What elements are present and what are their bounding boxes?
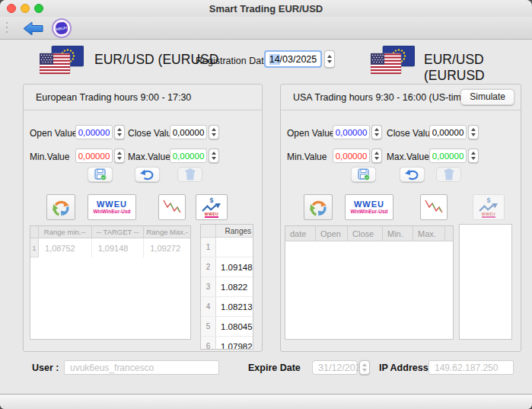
main-content: EUR/USD (EURUSD Registration Date 14/03/… — [0, 40, 532, 394]
wweu-logo-button[interactable]: $ WWEU — [196, 194, 228, 220]
save-button[interactable] — [351, 167, 376, 182]
ip-address-field: 149.62.187.250 — [428, 360, 514, 375]
col-range-max: Range Max.- — [144, 226, 190, 238]
trend-arrow-icon — [201, 203, 222, 212]
wweu-logo-button: $ WWEU — [473, 194, 505, 220]
max-value-field[interactable]: 0,00000 — [429, 149, 467, 163]
col-date: date — [285, 226, 316, 241]
expire-date-stepper — [359, 360, 370, 375]
ranges-row[interactable]: 3 1.0822 — [201, 277, 253, 297]
user-label: User : — [32, 363, 59, 373]
save-icon — [94, 168, 107, 181]
table-row[interactable]: 1 1,08752 1,09148 1,09272 — [30, 238, 190, 257]
right-pair-title: EUR/USD (EURUSD — [424, 52, 532, 84]
col-close: Close — [348, 226, 383, 241]
close-value-label: Close Value — [387, 128, 435, 139]
col-target: -- TARGET -- — [92, 226, 145, 238]
chart-button[interactable] — [420, 194, 448, 220]
trend-arrow-icon — [478, 203, 499, 212]
ranges-row[interactable]: 2 1.09148 — [201, 257, 253, 277]
delete-button — [436, 167, 461, 182]
close-value-stepper[interactable] — [209, 125, 219, 139]
table-header-row: date Open Close Min. Max. — [285, 226, 453, 241]
min-value-stepper[interactable] — [114, 149, 125, 163]
usa-panel: USA Trading hours 9:30 - 16:00 (US-time)… — [280, 84, 521, 352]
usa-history-table: date Open Close Min. Max. — [285, 225, 454, 340]
table-header-row: Range min.-- -- TARGET -- Range Max.- — [30, 226, 190, 238]
refresh-button[interactable] — [46, 194, 75, 220]
col-ranges: Ranges — [216, 225, 253, 237]
eurusd-flags-icon — [371, 46, 415, 75]
recycle-icon — [308, 198, 329, 217]
eurusd-flags-icon — [40, 46, 84, 75]
close-value-field[interactable]: 0,00000 — [170, 125, 207, 139]
help-button[interactable]: HELP! — [52, 18, 72, 38]
trash-icon — [185, 168, 196, 181]
app-window: Smart Trading EUR/USD HELP! — [0, 0, 532, 409]
close-value-field[interactable]: 0,00000 — [429, 125, 467, 139]
max-value-field[interactable]: 0,00000 — [170, 149, 207, 163]
wweu-button[interactable]: WWEU WinWinEur-Usd — [88, 194, 136, 220]
col-open: Open — [316, 226, 348, 241]
min-value-field[interactable]: 0,00000 — [333, 149, 370, 163]
registration-date-label: Registration Date — [196, 56, 269, 66]
help-icon: HELP! — [55, 21, 68, 35]
usa-panel-title: USA Trading hours 9:30 - 16:00 (US-time) — [293, 85, 470, 110]
toolbar-drag-handle — [6, 22, 8, 24]
min-value-label: Min.Value — [287, 152, 327, 162]
col-min: Min. — [383, 226, 413, 241]
save-button[interactable] — [88, 167, 113, 182]
toolbar: HELP! — [0, 17, 532, 40]
back-arrow-icon — [23, 21, 44, 37]
price-chart-icon — [422, 197, 445, 217]
col-max: Max. — [413, 226, 445, 241]
simulate-button[interactable]: Simulate — [460, 89, 514, 105]
undo-button[interactable] — [400, 167, 425, 182]
undo-icon — [140, 169, 155, 181]
european-range-table: Range min.-- -- TARGET -- Range Max.- 1 … — [30, 225, 191, 340]
open-value-stepper[interactable] — [371, 125, 382, 139]
usa-panel-header: USA Trading hours 9:30 - 16:00 (US-time)… — [281, 85, 521, 110]
ranges-row[interactable]: 1 — [201, 238, 253, 257]
ranges-row[interactable]: 6 1.07982 — [201, 337, 253, 350]
ip-address-label: IP Address — [379, 363, 428, 373]
delete-button — [177, 167, 202, 182]
refresh-button[interactable] — [304, 194, 333, 220]
user-field: uvuk6eus_francesco — [64, 360, 219, 375]
price-chart-icon — [161, 197, 183, 217]
registration-date-stepper[interactable] — [324, 50, 335, 68]
ranges-header-row: Ranges — [201, 225, 253, 238]
recycle-icon — [51, 198, 72, 217]
chart-button[interactable] — [158, 194, 186, 220]
logo-underline — [482, 216, 495, 218]
undo-icon — [405, 169, 419, 181]
close-value-stepper[interactable] — [468, 125, 479, 139]
european-panel-title: European Trading hours 9:00 - 17:30 — [36, 85, 191, 110]
european-panel: European Trading hours 9:00 - 17:30 Open… — [23, 84, 263, 352]
open-value-label: Open Value — [287, 128, 335, 139]
min-value-stepper[interactable] — [371, 149, 382, 163]
open-value-field[interactable]: 0,00000 — [75, 125, 113, 139]
date-day-selected: 14 — [269, 54, 280, 65]
stepper-up-icon — [327, 55, 332, 58]
ranges-row[interactable]: 4 1.08213 — [201, 297, 253, 317]
european-panel-header: European Trading hours 9:00 - 17:30 — [24, 85, 262, 110]
open-value-stepper[interactable] — [114, 125, 125, 139]
min-value-field[interactable]: 0,00000 — [75, 149, 113, 163]
trash-icon — [444, 168, 454, 181]
undo-button[interactable] — [135, 167, 160, 182]
save-icon — [358, 168, 370, 181]
back-button[interactable] — [23, 21, 44, 37]
status-bar — [0, 394, 532, 409]
ranges-row[interactable]: 5 1.08045 — [201, 317, 253, 337]
min-value-label: Min.Value — [30, 152, 69, 162]
wweu-button[interactable]: WWEU WinWinEur-Usd — [345, 194, 393, 220]
open-value-field[interactable]: 0,00000 — [333, 125, 370, 139]
max-value-stepper[interactable] — [468, 149, 479, 163]
window-title: Smart Trading EUR/USD — [0, 0, 532, 17]
usa-ranges-box — [459, 224, 512, 340]
max-value-stepper[interactable] — [209, 149, 219, 163]
stepper-down-icon — [327, 60, 332, 63]
ranges-table: Ranges 1 2 1.09148 3 1.0822 4 1.08213 — [200, 224, 253, 350]
registration-date-field[interactable]: 14/03/2025 — [264, 50, 322, 68]
